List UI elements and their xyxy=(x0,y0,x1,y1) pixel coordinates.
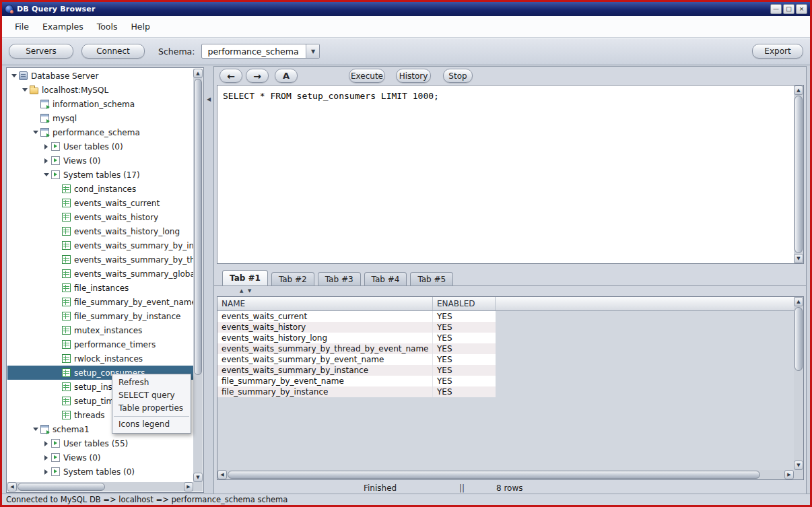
minimize-button[interactable]: — xyxy=(770,4,782,14)
tree-node[interactable]: events_waits_history_long xyxy=(7,224,193,238)
tree-node[interactable]: System tables (17) xyxy=(7,168,193,182)
tree-node[interactable]: mutex_instances xyxy=(7,323,193,337)
tree-node[interactable]: file_instances xyxy=(7,281,193,295)
expand-arrow-icon[interactable] xyxy=(42,154,50,168)
table-row[interactable]: events_waits_summary_by_instanceYES xyxy=(217,365,496,376)
tree-node[interactable]: events_waits_history xyxy=(7,210,193,224)
tree-node[interactable]: Views (0) xyxy=(7,450,193,465)
horizontal-splitter[interactable]: ▲ ▼ xyxy=(214,287,806,296)
scroll-left-icon[interactable]: ◀ xyxy=(7,482,17,492)
result-tab-3[interactable]: Tab #3 xyxy=(318,272,361,285)
tree-node[interactable]: System tables (0) xyxy=(7,465,193,479)
expand-arrow-icon[interactable] xyxy=(42,139,50,154)
menu-item-file[interactable]: File xyxy=(9,19,35,34)
tree-horizontal-scrollbar[interactable]: ◀ ▶ xyxy=(7,482,193,492)
scroll-up-icon[interactable]: ▲ xyxy=(794,86,803,95)
table-row[interactable]: events_waits_summary_by_thread_by_event_… xyxy=(217,343,496,354)
maximize-button[interactable]: □ xyxy=(783,4,794,14)
tree-node[interactable]: User tables (0) xyxy=(7,139,193,154)
scroll-right-icon[interactable]: ▶ xyxy=(784,470,794,479)
tree-node[interactable]: file_summary_by_event_name xyxy=(7,295,193,309)
tree-node[interactable]: events_waits_current xyxy=(7,196,193,210)
context-menu-item-2[interactable]: Table properties xyxy=(112,402,191,415)
context-menu-item-3[interactable]: Icons legend xyxy=(112,418,191,431)
tree-node[interactable]: cond_instances xyxy=(7,182,193,196)
table-row[interactable]: file_summary_by_instanceYES xyxy=(217,386,496,397)
collapse-arrow-icon[interactable] xyxy=(31,422,40,436)
tree-node[interactable]: mysql xyxy=(7,111,193,125)
tree-node[interactable]: file_summary_by_instance xyxy=(7,309,193,323)
menu-item-help[interactable]: Help xyxy=(125,19,156,34)
result-tab-5[interactable]: Tab #5 xyxy=(410,272,453,285)
expand-arrow-icon[interactable] xyxy=(42,436,50,450)
split-divider[interactable]: ◀ xyxy=(205,67,213,493)
table-row[interactable]: events_waits_history_longYES xyxy=(217,333,496,343)
tree-vertical-scrollbar[interactable]: ▲ ▼ xyxy=(193,69,203,482)
scroll-left-icon[interactable]: ◀ xyxy=(217,470,227,479)
tree-node[interactable]: User tables (55) xyxy=(7,436,193,450)
category-icon xyxy=(51,467,60,476)
scroll-up-icon[interactable]: ▲ xyxy=(794,297,803,306)
menu-item-examples[interactable]: Examples xyxy=(36,19,90,34)
execute-button[interactable]: Execute xyxy=(349,69,385,83)
splitter-down-icon[interactable]: ▼ xyxy=(248,288,251,294)
expand-arrow-icon[interactable] xyxy=(42,465,50,479)
tree-node[interactable]: events_waits_summary_global_by_event_nam… xyxy=(7,267,193,281)
scroll-up-icon[interactable]: ▲ xyxy=(193,69,203,78)
history-button[interactable]: History xyxy=(396,69,431,83)
collapse-left-icon[interactable]: ◀ xyxy=(205,89,212,109)
expand-arrow-icon[interactable] xyxy=(42,450,50,465)
scrollbar-thumb[interactable] xyxy=(794,307,803,371)
table-horizontal-scrollbar[interactable]: ◀ ▶ xyxy=(217,470,794,479)
tree-node[interactable]: Views (0) xyxy=(7,154,193,168)
context-menu-item-0[interactable]: Refresh xyxy=(112,376,191,389)
scrollbar-thumb[interactable] xyxy=(228,471,760,479)
tree-node[interactable]: performance_schema xyxy=(7,125,193,139)
collapse-arrow-icon[interactable] xyxy=(42,168,50,182)
result-tab-2[interactable]: Tab #2 xyxy=(271,272,314,285)
scroll-right-icon[interactable]: ▶ xyxy=(184,482,193,492)
column-header-name[interactable]: NAME xyxy=(217,297,433,310)
title-bar[interactable]: DB Query Browser — □ × xyxy=(2,2,810,16)
scroll-down-icon[interactable]: ▼ xyxy=(794,254,803,263)
export-button[interactable]: Export xyxy=(752,44,803,59)
result-tab-1[interactable]: Tab #1 xyxy=(222,270,268,285)
table-row[interactable]: file_summary_by_event_nameYES xyxy=(217,376,496,386)
connect-button[interactable]: Connect xyxy=(81,44,145,59)
forward-button[interactable]: → xyxy=(246,69,269,83)
result-tab-4[interactable]: Tab #4 xyxy=(364,272,407,285)
table-row[interactable]: events_waits_summary_by_event_nameYES xyxy=(217,354,496,365)
sql-vertical-scrollbar[interactable]: ▲ ▼ xyxy=(794,86,803,263)
tree-node[interactable]: events_waits_summary_by_thread_by_event_… xyxy=(7,252,193,267)
tree-node[interactable]: performance_timers xyxy=(7,337,193,351)
back-button[interactable]: ← xyxy=(219,69,242,83)
scrollbar-thumb[interactable] xyxy=(794,96,803,253)
tree-node[interactable]: localhost:MySQL xyxy=(7,83,193,97)
table-row[interactable]: events_waits_currentYES xyxy=(217,311,496,322)
scroll-down-icon[interactable]: ▼ xyxy=(794,461,803,470)
scrollbar-thumb[interactable] xyxy=(18,483,105,491)
tree-node[interactable]: rwlock_instances xyxy=(7,351,193,366)
tree-node-label: events_waits_summary_global_by_event_nam… xyxy=(73,269,193,279)
chevron-down-icon[interactable]: ▼ xyxy=(306,44,319,58)
menu-item-tools[interactable]: Tools xyxy=(91,19,124,34)
font-button[interactable]: A xyxy=(275,69,298,83)
sql-editor[interactable]: SELECT * FROM setup_consumers LIMIT 1000… xyxy=(217,85,804,264)
tree-node[interactable]: events_waits_summary_by_instance xyxy=(7,238,193,252)
close-button[interactable]: × xyxy=(796,4,807,14)
schema-combobox[interactable]: performance_schema ▼ xyxy=(201,44,320,59)
collapse-arrow-icon[interactable] xyxy=(31,125,40,139)
servers-button[interactable]: Servers xyxy=(9,44,73,59)
tree-node[interactable]: Database Server xyxy=(7,69,193,83)
column-header-enabled[interactable]: ENABLED xyxy=(433,297,496,310)
tree-node[interactable]: information_schema xyxy=(7,97,193,111)
splitter-up-icon[interactable]: ▲ xyxy=(240,288,243,294)
collapse-arrow-icon[interactable] xyxy=(9,69,18,83)
table-row[interactable]: events_waits_historyYES xyxy=(217,322,496,333)
stop-button[interactable]: Stop xyxy=(443,69,473,83)
scroll-down-icon[interactable]: ▼ xyxy=(193,473,203,482)
table-vertical-scrollbar[interactable]: ▲ ▼ xyxy=(794,297,803,470)
scrollbar-thumb[interactable] xyxy=(194,79,202,375)
context-menu-item-1[interactable]: SELECT query xyxy=(112,389,191,402)
collapse-arrow-icon[interactable] xyxy=(20,83,29,97)
